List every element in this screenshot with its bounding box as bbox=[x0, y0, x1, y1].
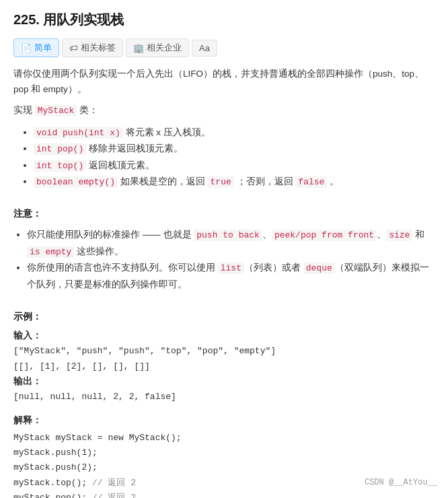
divider-1 bbox=[13, 201, 435, 201]
tab-company[interactable]: 🏢 相关企业 bbox=[126, 38, 189, 57]
implement-suffix: 类： bbox=[79, 105, 98, 115]
tab-tags-label: 相关标签 bbox=[81, 42, 116, 54]
description: 请你仅使用两个队列实现一个后入先出（LIFO）的栈，并支持普通栈的全部四种操作（… bbox=[13, 67, 435, 98]
implement-class: MyStack bbox=[35, 105, 77, 116]
tab-company-icon: 🏢 bbox=[133, 43, 144, 53]
tab-tags-icon: 🏷 bbox=[69, 43, 78, 53]
method-list: void push(int x) 将元素 x 压入栈顶。 int pop() 移… bbox=[13, 124, 435, 190]
note-2: 你所使用的语言也许不支持队列。你可以使用 list（列表）或者 deque（双端… bbox=[27, 260, 435, 293]
exp-line-5: myStack.pop(); // 返回 2 bbox=[13, 491, 435, 498]
exp-comment-5: // 返回 2 bbox=[92, 493, 136, 498]
tab-company-label: 相关企业 bbox=[147, 42, 182, 54]
exp-line-2: myStack.push(1); bbox=[13, 446, 435, 460]
page-title: 225. 用队列实现栈 bbox=[13, 11, 435, 29]
tab-simple[interactable]: 📄 简单 bbox=[13, 38, 59, 57]
tab-bar: 📄 简单 🏷 相关标签 🏢 相关企业 Aa bbox=[13, 38, 435, 57]
input-value-1: ["MyStack", "push", "push", "top", "pop"… bbox=[13, 345, 435, 359]
method-empty: boolean empty() 如果栈是空的，返回 true ；否则，返回 fa… bbox=[34, 174, 435, 190]
output-label: 输出： bbox=[13, 376, 435, 388]
tab-font-label: Aa bbox=[199, 43, 210, 53]
example-title: 示例： bbox=[13, 311, 435, 323]
exp-line-3: myStack.push(2); bbox=[13, 460, 435, 475]
implement-line: 实现 MyStack 类： bbox=[13, 104, 435, 116]
input-value-2: [[], [1], [2], [], [], []] bbox=[13, 360, 435, 374]
watermark: CSDN @__AtYou__ bbox=[365, 478, 437, 487]
note-1: 你只能使用队列的标准操作 —— 也就是 push to back、peek/po… bbox=[27, 227, 435, 260]
tab-simple-label: 简单 bbox=[34, 42, 52, 54]
exp-comment-4: // 返回 2 bbox=[92, 478, 136, 488]
output-value: [null, null, null, 2, 2, false] bbox=[13, 390, 435, 404]
explanation-code: MyStack myStack = new MyStack(); myStack… bbox=[13, 431, 435, 498]
method-pop: int pop() 移除并返回栈顶元素。 bbox=[34, 141, 435, 157]
note-title: 注意： bbox=[13, 208, 435, 220]
tab-font[interactable]: Aa bbox=[192, 40, 217, 57]
divider-2 bbox=[13, 304, 435, 304]
note-list: 你只能使用队列的标准操作 —— 也就是 push to back、peek/po… bbox=[13, 227, 435, 292]
example-box: 输入： ["MyStack", "push", "push", "top", "… bbox=[13, 330, 435, 404]
tab-simple-icon: 📄 bbox=[21, 43, 32, 53]
input-label: 输入： bbox=[13, 330, 435, 342]
explanation-title: 解释： bbox=[13, 415, 435, 427]
method-push: void push(int x) 将元素 x 压入栈顶。 bbox=[34, 124, 435, 141]
tab-tags[interactable]: 🏷 相关标签 bbox=[62, 38, 123, 57]
exp-line-1: MyStack myStack = new MyStack(); bbox=[13, 431, 435, 446]
method-top: int top() 返回栈顶元素。 bbox=[34, 157, 435, 174]
implement-prefix: 实现 bbox=[13, 105, 32, 115]
